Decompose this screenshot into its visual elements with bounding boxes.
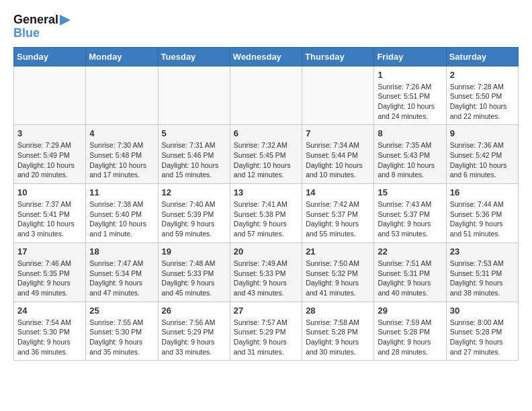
- day-info: Sunrise: 7:36 AM Sunset: 5:42 PM Dayligh…: [450, 140, 515, 180]
- day-number: 3: [17, 128, 82, 138]
- day-info: Sunrise: 7:57 AM Sunset: 5:29 PM Dayligh…: [234, 318, 298, 357]
- day-number: 23: [450, 246, 515, 257]
- calendar-week: 1Sunrise: 7:26 AM Sunset: 5:51 PM Daylig…: [14, 66, 519, 125]
- calendar-cell: 16Sunrise: 7:44 AM Sunset: 5:36 PM Dayli…: [446, 184, 518, 243]
- header-day: Wednesday: [230, 47, 302, 66]
- day-number: 4: [89, 128, 154, 138]
- day-info: Sunrise: 7:43 AM Sunset: 5:37 PM Dayligh…: [378, 199, 442, 239]
- calendar-header: SundayMondayTuesdayWednesdayThursdayFrid…: [14, 47, 519, 66]
- calendar-cell: 5Sunrise: 7:31 AM Sunset: 5:46 PM Daylig…: [158, 125, 230, 184]
- calendar-cell: 3Sunrise: 7:29 AM Sunset: 5:49 PM Daylig…: [14, 125, 86, 184]
- day-number: 28: [306, 306, 370, 316]
- calendar-cell: [14, 66, 86, 125]
- day-number: 10: [17, 187, 82, 197]
- day-info: Sunrise: 7:56 AM Sunset: 5:29 PM Dayligh…: [162, 318, 226, 357]
- day-number: 18: [89, 246, 154, 257]
- day-number: 2: [450, 70, 515, 80]
- day-number: 30: [450, 306, 515, 316]
- calendar-table: SundayMondayTuesdayWednesdayThursdayFrid…: [13, 47, 519, 361]
- calendar-cell: 14Sunrise: 7:42 AM Sunset: 5:37 PM Dayli…: [302, 184, 374, 243]
- calendar-cell: 24Sunrise: 7:54 AM Sunset: 5:30 PM Dayli…: [14, 302, 86, 361]
- day-info: Sunrise: 7:30 AM Sunset: 5:48 PM Dayligh…: [89, 140, 154, 180]
- calendar-cell: 2Sunrise: 7:28 AM Sunset: 5:50 PM Daylig…: [446, 66, 518, 125]
- calendar-cell: 17Sunrise: 7:46 AM Sunset: 5:35 PM Dayli…: [14, 242, 86, 302]
- calendar-cell: 29Sunrise: 7:59 AM Sunset: 5:28 PM Dayli…: [374, 302, 446, 361]
- day-number: 21: [306, 246, 370, 257]
- calendar-cell: 26Sunrise: 7:56 AM Sunset: 5:29 PM Dayli…: [158, 302, 230, 361]
- day-info: Sunrise: 7:58 AM Sunset: 5:28 PM Dayligh…: [306, 318, 370, 357]
- day-info: Sunrise: 8:00 AM Sunset: 5:28 PM Dayligh…: [450, 318, 515, 357]
- day-number: 11: [89, 187, 154, 197]
- calendar-cell: 1Sunrise: 7:26 AM Sunset: 5:51 PM Daylig…: [374, 66, 446, 125]
- day-number: 1: [378, 70, 442, 80]
- day-number: 27: [234, 306, 298, 316]
- day-info: Sunrise: 7:51 AM Sunset: 5:31 PM Dayligh…: [378, 259, 442, 298]
- day-info: Sunrise: 7:40 AM Sunset: 5:39 PM Dayligh…: [162, 199, 226, 239]
- header-row: SundayMondayTuesdayWednesdayThursdayFrid…: [14, 47, 519, 66]
- day-number: 14: [306, 187, 370, 197]
- day-info: Sunrise: 7:31 AM Sunset: 5:46 PM Dayligh…: [162, 140, 226, 180]
- day-info: Sunrise: 7:42 AM Sunset: 5:37 PM Dayligh…: [306, 199, 370, 239]
- day-info: Sunrise: 7:53 AM Sunset: 5:31 PM Dayligh…: [450, 259, 515, 298]
- day-info: Sunrise: 7:32 AM Sunset: 5:45 PM Dayligh…: [234, 140, 298, 180]
- calendar-cell: 25Sunrise: 7:55 AM Sunset: 5:30 PM Dayli…: [86, 302, 158, 361]
- header-day: Friday: [374, 47, 446, 66]
- calendar-cell: 21Sunrise: 7:50 AM Sunset: 5:32 PM Dayli…: [302, 242, 374, 302]
- calendar-cell: [86, 66, 158, 125]
- day-number: 26: [162, 306, 226, 316]
- day-number: 29: [378, 306, 442, 316]
- day-info: Sunrise: 7:50 AM Sunset: 5:32 PM Dayligh…: [306, 259, 370, 298]
- day-info: Sunrise: 7:38 AM Sunset: 5:40 PM Dayligh…: [89, 199, 154, 239]
- day-info: Sunrise: 7:46 AM Sunset: 5:35 PM Dayligh…: [17, 259, 82, 298]
- day-number: 12: [162, 187, 226, 197]
- calendar-week: 24Sunrise: 7:54 AM Sunset: 5:30 PM Dayli…: [14, 302, 519, 361]
- day-number: 9: [450, 128, 515, 138]
- header-day: Monday: [86, 47, 158, 66]
- calendar-cell: 27Sunrise: 7:57 AM Sunset: 5:29 PM Dayli…: [230, 302, 302, 361]
- calendar-cell: 22Sunrise: 7:51 AM Sunset: 5:31 PM Dayli…: [374, 242, 446, 302]
- calendar-week: 3Sunrise: 7:29 AM Sunset: 5:49 PM Daylig…: [14, 125, 519, 184]
- day-number: 24: [17, 306, 82, 316]
- day-number: 8: [378, 128, 442, 138]
- calendar-week: 10Sunrise: 7:37 AM Sunset: 5:41 PM Dayli…: [14, 184, 519, 243]
- day-info: Sunrise: 7:41 AM Sunset: 5:38 PM Dayligh…: [234, 199, 298, 239]
- logo-arrow-icon: [60, 15, 71, 26]
- calendar-cell: 7Sunrise: 7:34 AM Sunset: 5:44 PM Daylig…: [302, 125, 374, 184]
- day-number: 22: [378, 246, 442, 257]
- calendar-cell: 10Sunrise: 7:37 AM Sunset: 5:41 PM Dayli…: [14, 184, 86, 243]
- calendar-cell: 23Sunrise: 7:53 AM Sunset: 5:31 PM Dayli…: [446, 242, 518, 302]
- calendar-week: 17Sunrise: 7:46 AM Sunset: 5:35 PM Dayli…: [14, 242, 519, 302]
- calendar-cell: 8Sunrise: 7:35 AM Sunset: 5:43 PM Daylig…: [374, 125, 446, 184]
- header: General Blue: [13, 13, 519, 40]
- logo-general: General: [13, 13, 58, 27]
- day-number: 20: [234, 246, 298, 257]
- day-number: 15: [378, 187, 442, 197]
- calendar-cell: 12Sunrise: 7:40 AM Sunset: 5:39 PM Dayli…: [158, 184, 230, 243]
- header-day: Sunday: [14, 47, 86, 66]
- calendar-cell: [230, 66, 302, 125]
- day-number: 6: [234, 128, 298, 138]
- calendar-cell: [302, 66, 374, 125]
- day-info: Sunrise: 7:55 AM Sunset: 5:30 PM Dayligh…: [89, 318, 154, 357]
- calendar-cell: 20Sunrise: 7:49 AM Sunset: 5:33 PM Dayli…: [230, 242, 302, 302]
- day-info: Sunrise: 7:37 AM Sunset: 5:41 PM Dayligh…: [17, 199, 82, 239]
- calendar-body: 1Sunrise: 7:26 AM Sunset: 5:51 PM Daylig…: [14, 66, 519, 361]
- day-info: Sunrise: 7:47 AM Sunset: 5:34 PM Dayligh…: [89, 259, 154, 298]
- calendar-cell: 18Sunrise: 7:47 AM Sunset: 5:34 PM Dayli…: [86, 242, 158, 302]
- day-info: Sunrise: 7:49 AM Sunset: 5:33 PM Dayligh…: [234, 259, 298, 298]
- day-number: 16: [450, 187, 515, 197]
- day-info: Sunrise: 7:54 AM Sunset: 5:30 PM Dayligh…: [17, 318, 82, 357]
- logo: General Blue: [13, 13, 71, 40]
- calendar-cell: [158, 66, 230, 125]
- svg-marker-0: [60, 15, 71, 26]
- day-number: 5: [162, 128, 226, 138]
- header-day: Thursday: [302, 47, 374, 66]
- day-info: Sunrise: 7:35 AM Sunset: 5:43 PM Dayligh…: [378, 140, 442, 180]
- day-number: 19: [162, 246, 226, 257]
- calendar-cell: 9Sunrise: 7:36 AM Sunset: 5:42 PM Daylig…: [446, 125, 518, 184]
- calendar-cell: 15Sunrise: 7:43 AM Sunset: 5:37 PM Dayli…: [374, 184, 446, 243]
- day-number: 25: [89, 306, 154, 316]
- day-number: 7: [306, 128, 370, 138]
- calendar-cell: 13Sunrise: 7:41 AM Sunset: 5:38 PM Dayli…: [230, 184, 302, 243]
- calendar-cell: 19Sunrise: 7:48 AM Sunset: 5:33 PM Dayli…: [158, 242, 230, 302]
